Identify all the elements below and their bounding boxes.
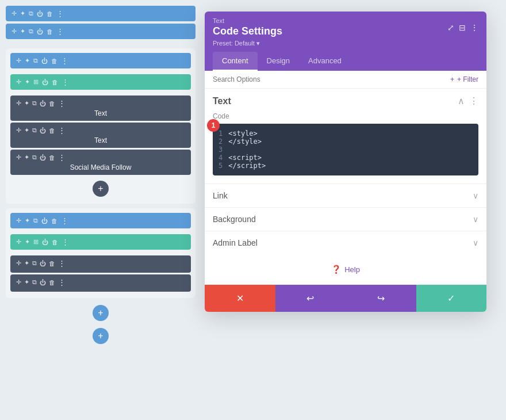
power-icon[interactable]: ⏻ bbox=[41, 217, 48, 224]
code-content[interactable]: <style> </style> <script> </script> bbox=[228, 129, 266, 170]
copy-icon[interactable]: ⧉ bbox=[32, 278, 37, 286]
top-row-1[interactable]: ✛ ✦ ⧉ ⏻ 🗑 ⋮ bbox=[6, 6, 195, 21]
trash-icon[interactable]: 🗑 bbox=[49, 279, 55, 286]
section-2-row[interactable]: ✛ ✦ ⧉ ⏻ 🗑 ⋮ bbox=[10, 213, 191, 228]
more-icon[interactable]: ⋮ bbox=[61, 216, 69, 225]
section-1-row[interactable]: ✛ ✦ ⧉ ⏻ 🗑 ⋮ bbox=[10, 53, 191, 68]
trash-icon[interactable]: 🗑 bbox=[49, 260, 55, 267]
more-icon[interactable]: ⋮ bbox=[62, 238, 70, 246]
more-icon[interactable]: ⋮ bbox=[56, 27, 64, 36]
tab-design[interactable]: Design bbox=[258, 52, 299, 71]
trash-icon[interactable]: 🗑 bbox=[49, 127, 55, 134]
more-icon[interactable]: ⋮ bbox=[58, 126, 66, 135]
copy-icon[interactable]: ⧉ bbox=[32, 154, 37, 161]
add-icon[interactable]: ✛ bbox=[16, 238, 21, 246]
trash-icon[interactable]: 🗑 bbox=[51, 217, 57, 224]
search-input[interactable] bbox=[213, 75, 450, 83]
copy-icon[interactable]: ⧉ bbox=[29, 10, 33, 17]
gear-icon[interactable]: ✦ bbox=[24, 100, 29, 107]
more-icon[interactable]: ⋮ bbox=[470, 23, 478, 32]
section-2-column[interactable]: ✛ ✦ ⊞ ⏻ 🗑 ⋮ bbox=[10, 234, 191, 250]
collapse-icon[interactable]: ∧ bbox=[458, 96, 465, 106]
add-module-button[interactable]: + bbox=[93, 181, 109, 197]
gear-icon[interactable]: ✦ bbox=[25, 238, 30, 246]
add-icon[interactable]: ✛ bbox=[16, 217, 21, 224]
code-editor[interactable]: 1 1 2 3 4 5 <style> </style> <script> </… bbox=[213, 124, 478, 175]
power-icon[interactable]: ⏻ bbox=[40, 154, 46, 161]
add-icon[interactable]: ✛ bbox=[16, 154, 21, 161]
power-icon[interactable]: ⏻ bbox=[40, 127, 46, 134]
cancel-button[interactable]: ✕ bbox=[205, 285, 275, 312]
save-button[interactable]: ✓ bbox=[416, 285, 487, 312]
copy-icon[interactable]: ⧉ bbox=[32, 100, 37, 107]
background-collapsible[interactable]: Background ∨ bbox=[205, 207, 486, 231]
more-icon[interactable]: ⋮ bbox=[56, 9, 64, 18]
gear-icon[interactable]: ✦ bbox=[20, 10, 25, 17]
more-icon[interactable]: ⋮ bbox=[58, 99, 66, 108]
trash-icon[interactable]: 🗑 bbox=[52, 79, 58, 86]
undo-button[interactable]: ↩ bbox=[275, 285, 346, 312]
gear-icon[interactable]: ✦ bbox=[25, 57, 30, 64]
grid-icon[interactable]: ⊞ bbox=[33, 238, 39, 246]
gear-icon[interactable]: ✦ bbox=[25, 217, 30, 224]
add-icon[interactable]: ✛ bbox=[16, 127, 21, 134]
more-icon[interactable]: ⋮ bbox=[58, 153, 66, 162]
module-social[interactable]: ✛ ✦ ⧉ ⏻ 🗑 ⋮ Social Media Follow bbox=[10, 150, 191, 175]
add-icon[interactable]: ✛ bbox=[16, 278, 21, 286]
copy-icon[interactable]: ⧉ bbox=[33, 57, 38, 64]
filter-button[interactable]: + + Filter bbox=[450, 75, 478, 83]
trash-icon[interactable]: 🗑 bbox=[49, 100, 55, 107]
layout-icon[interactable]: ⊟ bbox=[459, 23, 466, 32]
top-row-2[interactable]: ✛ ✦ ⧉ ⏻ 🗑 ⋮ bbox=[6, 24, 195, 39]
help-section[interactable]: ❓ Help bbox=[205, 254, 486, 284]
copy-icon[interactable]: ⧉ bbox=[29, 28, 33, 35]
gear-icon[interactable]: ✦ bbox=[25, 78, 30, 86]
power-icon[interactable]: ⏻ bbox=[41, 58, 48, 64]
add-icon[interactable]: ✛ bbox=[16, 100, 21, 107]
redo-button[interactable]: ↪ bbox=[346, 285, 416, 312]
power-icon[interactable]: ⏻ bbox=[42, 79, 48, 86]
power-icon[interactable]: ⏻ bbox=[42, 239, 48, 246]
add-icon[interactable]: ✛ bbox=[16, 57, 21, 64]
add-row-button-2[interactable]: + bbox=[93, 328, 109, 344]
module-text-2[interactable]: ✛ ✦ ⧉ ⏻ 🗑 ⋮ Text bbox=[10, 123, 191, 148]
trash-icon[interactable]: 🗑 bbox=[47, 28, 53, 35]
gear-icon[interactable]: ✦ bbox=[20, 28, 25, 35]
module-blank-1[interactable]: ✛ ✦ ⧉ ⏻ 🗑 ⋮ bbox=[10, 255, 191, 273]
tab-content[interactable]: Content bbox=[213, 52, 258, 71]
trash-icon[interactable]: 🗑 bbox=[49, 154, 55, 161]
power-icon[interactable]: ⏻ bbox=[40, 100, 46, 107]
add-icon[interactable]: ✛ bbox=[16, 78, 21, 86]
add-row-button-1[interactable]: + bbox=[93, 305, 109, 321]
admin-label-collapsible[interactable]: Admin Label ∨ bbox=[205, 231, 486, 254]
trash-icon[interactable]: 🗑 bbox=[47, 10, 53, 17]
copy-icon[interactable]: ⧉ bbox=[32, 259, 37, 267]
add-icon[interactable]: ✛ bbox=[12, 10, 17, 17]
gear-icon[interactable]: ✦ bbox=[24, 127, 29, 134]
section-more-icon[interactable]: ⋮ bbox=[469, 96, 478, 106]
more-icon[interactable]: ⋮ bbox=[62, 78, 70, 86]
power-icon[interactable]: ⏻ bbox=[37, 28, 43, 35]
trash-icon[interactable]: 🗑 bbox=[52, 239, 58, 246]
gear-icon[interactable]: ✦ bbox=[24, 154, 29, 161]
add-icon[interactable]: ✛ bbox=[16, 259, 21, 267]
more-icon[interactable]: ⋮ bbox=[58, 278, 66, 287]
grid-icon[interactable]: ⊞ bbox=[33, 78, 39, 86]
trash-icon[interactable]: 🗑 bbox=[51, 58, 57, 64]
gear-icon[interactable]: ✦ bbox=[24, 259, 29, 267]
tab-advanced[interactable]: Advanced bbox=[299, 52, 351, 71]
link-collapsible[interactable]: Link ∨ bbox=[205, 184, 486, 207]
add-icon[interactable]: ✛ bbox=[12, 28, 17, 35]
more-icon[interactable]: ⋮ bbox=[61, 56, 69, 65]
copy-icon[interactable]: ⧉ bbox=[32, 127, 37, 134]
power-icon[interactable]: ⏻ bbox=[40, 260, 46, 267]
gear-icon[interactable]: ✦ bbox=[24, 278, 29, 286]
preset-label[interactable]: Preset: Default ▾ bbox=[213, 40, 478, 47]
more-icon[interactable]: ⋮ bbox=[58, 259, 66, 268]
power-icon[interactable]: ⏻ bbox=[40, 279, 46, 286]
power-icon[interactable]: ⏻ bbox=[37, 10, 43, 17]
fullscreen-icon[interactable]: ⤢ bbox=[447, 23, 454, 32]
module-blank-2[interactable]: ✛ ✦ ⧉ ⏻ 🗑 ⋮ bbox=[10, 274, 191, 292]
module-text-1[interactable]: ✛ ✦ ⧉ ⏻ 🗑 ⋮ Text bbox=[10, 96, 191, 121]
copy-icon[interactable]: ⧉ bbox=[33, 217, 38, 224]
